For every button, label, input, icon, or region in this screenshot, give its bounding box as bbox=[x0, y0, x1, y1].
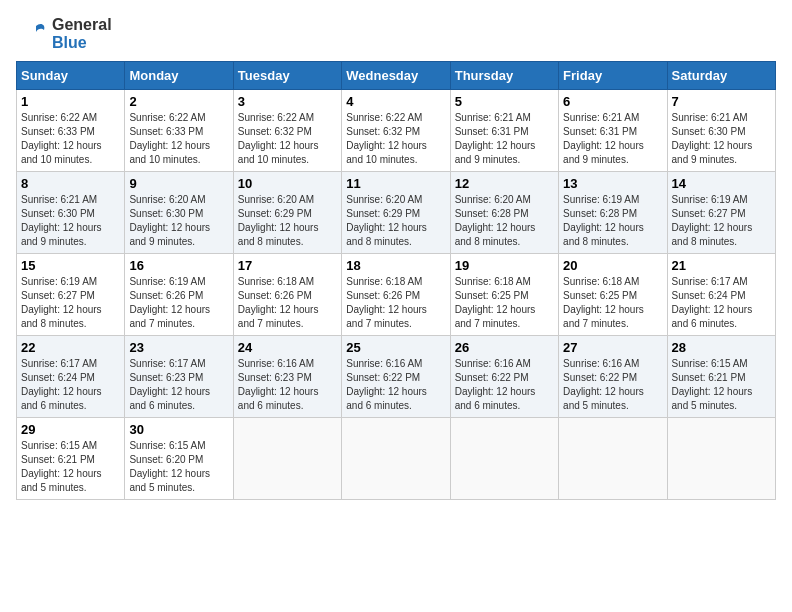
calendar-cell: 15Sunrise: 6:19 AMSunset: 6:27 PMDayligh… bbox=[17, 254, 125, 336]
day-number: 3 bbox=[238, 94, 337, 109]
day-info: Sunrise: 6:19 AMSunset: 6:27 PMDaylight:… bbox=[672, 193, 771, 249]
day-number: 5 bbox=[455, 94, 554, 109]
day-number: 6 bbox=[563, 94, 662, 109]
calendar-cell: 8Sunrise: 6:21 AMSunset: 6:30 PMDaylight… bbox=[17, 172, 125, 254]
col-header-thursday: Thursday bbox=[450, 62, 558, 90]
calendar-cell bbox=[559, 418, 667, 500]
day-info: Sunrise: 6:22 AMSunset: 6:32 PMDaylight:… bbox=[346, 111, 445, 167]
calendar-cell: 6Sunrise: 6:21 AMSunset: 6:31 PMDaylight… bbox=[559, 90, 667, 172]
day-number: 25 bbox=[346, 340, 445, 355]
day-number: 7 bbox=[672, 94, 771, 109]
day-number: 29 bbox=[21, 422, 120, 437]
day-number: 21 bbox=[672, 258, 771, 273]
day-number: 26 bbox=[455, 340, 554, 355]
day-info: Sunrise: 6:21 AMSunset: 6:31 PMDaylight:… bbox=[455, 111, 554, 167]
day-number: 14 bbox=[672, 176, 771, 191]
day-number: 16 bbox=[129, 258, 228, 273]
calendar-header: SundayMondayTuesdayWednesdayThursdayFrid… bbox=[17, 62, 776, 90]
calendar-cell: 3Sunrise: 6:22 AMSunset: 6:32 PMDaylight… bbox=[233, 90, 341, 172]
calendar-cell: 20Sunrise: 6:18 AMSunset: 6:25 PMDayligh… bbox=[559, 254, 667, 336]
calendar-cell: 1Sunrise: 6:22 AMSunset: 6:33 PMDaylight… bbox=[17, 90, 125, 172]
calendar-cell: 18Sunrise: 6:18 AMSunset: 6:26 PMDayligh… bbox=[342, 254, 450, 336]
calendar-cell: 26Sunrise: 6:16 AMSunset: 6:22 PMDayligh… bbox=[450, 336, 558, 418]
day-info: Sunrise: 6:21 AMSunset: 6:30 PMDaylight:… bbox=[672, 111, 771, 167]
day-info: Sunrise: 6:15 AMSunset: 6:21 PMDaylight:… bbox=[672, 357, 771, 413]
day-number: 22 bbox=[21, 340, 120, 355]
col-header-tuesday: Tuesday bbox=[233, 62, 341, 90]
day-info: Sunrise: 6:22 AMSunset: 6:33 PMDaylight:… bbox=[21, 111, 120, 167]
calendar-cell: 22Sunrise: 6:17 AMSunset: 6:24 PMDayligh… bbox=[17, 336, 125, 418]
calendar-cell: 24Sunrise: 6:16 AMSunset: 6:23 PMDayligh… bbox=[233, 336, 341, 418]
day-number: 1 bbox=[21, 94, 120, 109]
day-info: Sunrise: 6:15 AMSunset: 6:21 PMDaylight:… bbox=[21, 439, 120, 495]
calendar-cell: 28Sunrise: 6:15 AMSunset: 6:21 PMDayligh… bbox=[667, 336, 775, 418]
logo-bird-icon bbox=[16, 18, 48, 50]
day-info: Sunrise: 6:20 AMSunset: 6:30 PMDaylight:… bbox=[129, 193, 228, 249]
day-number: 13 bbox=[563, 176, 662, 191]
calendar-cell: 30Sunrise: 6:15 AMSunset: 6:20 PMDayligh… bbox=[125, 418, 233, 500]
day-info: Sunrise: 6:16 AMSunset: 6:22 PMDaylight:… bbox=[346, 357, 445, 413]
day-number: 23 bbox=[129, 340, 228, 355]
calendar-cell: 10Sunrise: 6:20 AMSunset: 6:29 PMDayligh… bbox=[233, 172, 341, 254]
day-number: 30 bbox=[129, 422, 228, 437]
day-info: Sunrise: 6:22 AMSunset: 6:32 PMDaylight:… bbox=[238, 111, 337, 167]
logo-blue: Blue bbox=[52, 34, 87, 51]
day-info: Sunrise: 6:20 AMSunset: 6:29 PMDaylight:… bbox=[346, 193, 445, 249]
day-info: Sunrise: 6:19 AMSunset: 6:27 PMDaylight:… bbox=[21, 275, 120, 331]
calendar-cell: 29Sunrise: 6:15 AMSunset: 6:21 PMDayligh… bbox=[17, 418, 125, 500]
day-number: 9 bbox=[129, 176, 228, 191]
day-number: 19 bbox=[455, 258, 554, 273]
day-number: 15 bbox=[21, 258, 120, 273]
header: General Blue bbox=[16, 16, 776, 51]
day-number: 4 bbox=[346, 94, 445, 109]
day-info: Sunrise: 6:21 AMSunset: 6:31 PMDaylight:… bbox=[563, 111, 662, 167]
day-number: 12 bbox=[455, 176, 554, 191]
day-number: 11 bbox=[346, 176, 445, 191]
calendar-cell: 11Sunrise: 6:20 AMSunset: 6:29 PMDayligh… bbox=[342, 172, 450, 254]
day-info: Sunrise: 6:20 AMSunset: 6:29 PMDaylight:… bbox=[238, 193, 337, 249]
day-info: Sunrise: 6:18 AMSunset: 6:25 PMDaylight:… bbox=[455, 275, 554, 331]
calendar-cell: 4Sunrise: 6:22 AMSunset: 6:32 PMDaylight… bbox=[342, 90, 450, 172]
day-number: 10 bbox=[238, 176, 337, 191]
calendar-cell: 13Sunrise: 6:19 AMSunset: 6:28 PMDayligh… bbox=[559, 172, 667, 254]
calendar-cell: 23Sunrise: 6:17 AMSunset: 6:23 PMDayligh… bbox=[125, 336, 233, 418]
calendar-cell: 25Sunrise: 6:16 AMSunset: 6:22 PMDayligh… bbox=[342, 336, 450, 418]
calendar-cell: 5Sunrise: 6:21 AMSunset: 6:31 PMDaylight… bbox=[450, 90, 558, 172]
logo-container: General Blue bbox=[16, 16, 112, 51]
calendar-cell: 27Sunrise: 6:16 AMSunset: 6:22 PMDayligh… bbox=[559, 336, 667, 418]
day-number: 8 bbox=[21, 176, 120, 191]
day-number: 2 bbox=[129, 94, 228, 109]
day-info: Sunrise: 6:16 AMSunset: 6:22 PMDaylight:… bbox=[455, 357, 554, 413]
calendar-cell: 14Sunrise: 6:19 AMSunset: 6:27 PMDayligh… bbox=[667, 172, 775, 254]
day-number: 27 bbox=[563, 340, 662, 355]
day-info: Sunrise: 6:20 AMSunset: 6:28 PMDaylight:… bbox=[455, 193, 554, 249]
calendar-cell: 7Sunrise: 6:21 AMSunset: 6:30 PMDaylight… bbox=[667, 90, 775, 172]
day-info: Sunrise: 6:18 AMSunset: 6:26 PMDaylight:… bbox=[346, 275, 445, 331]
col-header-sunday: Sunday bbox=[17, 62, 125, 90]
calendar-cell: 19Sunrise: 6:18 AMSunset: 6:25 PMDayligh… bbox=[450, 254, 558, 336]
day-number: 18 bbox=[346, 258, 445, 273]
day-info: Sunrise: 6:18 AMSunset: 6:26 PMDaylight:… bbox=[238, 275, 337, 331]
logo: General Blue bbox=[16, 16, 112, 51]
logo-general: General bbox=[52, 16, 112, 33]
day-info: Sunrise: 6:21 AMSunset: 6:30 PMDaylight:… bbox=[21, 193, 120, 249]
day-info: Sunrise: 6:16 AMSunset: 6:22 PMDaylight:… bbox=[563, 357, 662, 413]
col-header-wednesday: Wednesday bbox=[342, 62, 450, 90]
col-header-monday: Monday bbox=[125, 62, 233, 90]
calendar-cell: 2Sunrise: 6:22 AMSunset: 6:33 PMDaylight… bbox=[125, 90, 233, 172]
day-info: Sunrise: 6:18 AMSunset: 6:25 PMDaylight:… bbox=[563, 275, 662, 331]
calendar-table: SundayMondayTuesdayWednesdayThursdayFrid… bbox=[16, 61, 776, 500]
calendar-cell: 21Sunrise: 6:17 AMSunset: 6:24 PMDayligh… bbox=[667, 254, 775, 336]
day-info: Sunrise: 6:16 AMSunset: 6:23 PMDaylight:… bbox=[238, 357, 337, 413]
col-header-saturday: Saturday bbox=[667, 62, 775, 90]
calendar-cell: 9Sunrise: 6:20 AMSunset: 6:30 PMDaylight… bbox=[125, 172, 233, 254]
day-info: Sunrise: 6:19 AMSunset: 6:28 PMDaylight:… bbox=[563, 193, 662, 249]
day-number: 17 bbox=[238, 258, 337, 273]
calendar-cell: 12Sunrise: 6:20 AMSunset: 6:28 PMDayligh… bbox=[450, 172, 558, 254]
day-number: 20 bbox=[563, 258, 662, 273]
day-info: Sunrise: 6:15 AMSunset: 6:20 PMDaylight:… bbox=[129, 439, 228, 495]
day-number: 28 bbox=[672, 340, 771, 355]
day-info: Sunrise: 6:17 AMSunset: 6:23 PMDaylight:… bbox=[129, 357, 228, 413]
col-header-friday: Friday bbox=[559, 62, 667, 90]
day-info: Sunrise: 6:22 AMSunset: 6:33 PMDaylight:… bbox=[129, 111, 228, 167]
